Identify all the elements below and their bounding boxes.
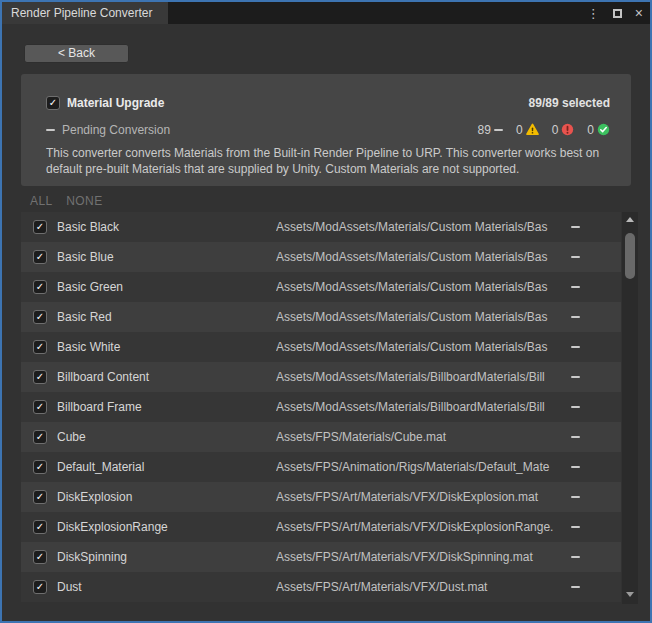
item-path: Assets/ModAssets/Materials/Custom Materi… (276, 310, 566, 324)
success-count: 0 (587, 123, 594, 137)
item-checkbox[interactable]: ✓ (33, 220, 47, 234)
select-all-button[interactable]: ALL (30, 194, 53, 208)
item-name: Dust (57, 580, 82, 594)
item-checkbox[interactable]: ✓ (33, 400, 47, 414)
item-status-icon (571, 556, 580, 558)
item-status-icon (571, 406, 580, 408)
item-checkbox[interactable]: ✓ (33, 550, 47, 564)
material-list-item[interactable]: ✓ Basic White Assets/ModAssets/Materials… (21, 332, 621, 362)
success-icon (597, 123, 610, 136)
item-name: Basic Red (57, 310, 112, 324)
selection-shortcuts: ALL NONE (30, 194, 113, 208)
material-list-item[interactable]: ✓ Basic Blue Assets/ModAssets/Materials/… (21, 242, 621, 272)
item-status-icon (571, 346, 580, 348)
error-icon (561, 123, 574, 136)
item-checkbox[interactable]: ✓ (33, 340, 47, 354)
item-name: Basic White (57, 340, 120, 354)
pending-conversion-row: Pending Conversion 89 0 0 (46, 122, 610, 137)
scrollbar-thumb[interactable] (625, 233, 635, 279)
item-name: Basic Green (57, 280, 123, 294)
pending-count-group: 89 (478, 123, 503, 137)
material-list-item[interactable]: ✓ Dust Assets/FPS/Art/Materials/VFX/Dust… (21, 572, 621, 602)
item-checkbox[interactable]: ✓ (33, 580, 47, 594)
item-status-icon (571, 316, 580, 318)
item-status-icon (571, 526, 580, 528)
error-count: 0 (552, 123, 559, 137)
item-checkbox[interactable]: ✓ (33, 310, 47, 324)
material-list-item[interactable]: ✓ Basic Green Assets/ModAssets/Materials… (21, 272, 621, 302)
item-path: Assets/ModAssets/Materials/Custom Materi… (276, 220, 566, 234)
item-path: Assets/FPS/Art/Materials/VFX/Dust.mat (276, 580, 566, 594)
material-list-item[interactable]: ✓ Default_Material Assets/FPS/Animation/… (21, 452, 621, 482)
material-list-item[interactable]: ✓ Billboard Frame Assets/ModAssets/Mater… (21, 392, 621, 422)
item-name: DiskExplosionRange (57, 520, 168, 534)
selected-count: 89/89 selected (529, 96, 610, 110)
item-checkbox[interactable]: ✓ (33, 280, 47, 294)
item-name: Basic Black (57, 220, 119, 234)
item-checkbox[interactable]: ✓ (33, 430, 47, 444)
warning-count-group: 0 (516, 123, 539, 137)
item-path: Assets/ModAssets/Materials/Custom Materi… (276, 250, 566, 264)
select-none-button[interactable]: NONE (66, 194, 102, 208)
item-checkbox[interactable]: ✓ (33, 370, 47, 384)
item-name: Billboard Frame (57, 400, 142, 414)
warning-icon (526, 123, 539, 136)
item-status-icon (571, 436, 580, 438)
maximize-icon[interactable] (613, 9, 622, 18)
item-name: Basic Blue (57, 250, 114, 264)
list-scrollbar[interactable] (622, 212, 638, 604)
material-list-item[interactable]: ✓ Cube Assets/FPS/Materials/Cube.mat (21, 422, 621, 452)
item-name: DiskExplosion (57, 490, 132, 504)
item-status-icon (571, 256, 580, 258)
window-menu-icon[interactable]: ⋮ (587, 7, 600, 20)
item-checkbox[interactable]: ✓ (33, 250, 47, 264)
item-path: Assets/ModAssets/Materials/Custom Materi… (276, 280, 566, 294)
converter-checkbox[interactable]: ✓ (46, 96, 60, 110)
item-checkbox[interactable]: ✓ (33, 490, 47, 504)
item-status-icon (571, 226, 580, 228)
material-list-item[interactable]: ✓ DiskSpinning Assets/FPS/Art/Materials/… (21, 542, 621, 572)
success-count-group: 0 (587, 123, 610, 137)
material-list-item[interactable]: ✓ Basic Black Assets/ModAssets/Materials… (21, 212, 621, 242)
material-list-item[interactable]: ✓ Basic Red Assets/ModAssets/Materials/C… (21, 302, 621, 332)
item-path: Assets/ModAssets/Materials/BillboardMate… (276, 370, 566, 384)
error-count-group: 0 (552, 123, 575, 137)
render-pipeline-converter-window: Render Pipeline Converter ⋮ × < Back ✓ M… (0, 0, 652, 623)
item-name: Cube (57, 430, 86, 444)
items-list: ✓ Basic Black Assets/ModAssets/Materials… (21, 212, 621, 602)
titlebar: Render Pipeline Converter ⋮ × (2, 2, 650, 24)
item-path: Assets/FPS/Art/Materials/VFX/DiskSpinnin… (276, 550, 566, 564)
scroll-down-icon[interactable] (626, 592, 634, 597)
item-path: Assets/ModAssets/Materials/BillboardMate… (276, 400, 566, 414)
item-path: Assets/ModAssets/Materials/Custom Materi… (276, 340, 566, 354)
warning-count: 0 (516, 123, 523, 137)
converter-panel: ✓ Material Upgrade 89/89 selected Pendin… (21, 74, 631, 186)
material-list-item[interactable]: ✓ DiskExplosion Assets/FPS/Art/Materials… (21, 482, 621, 512)
item-status-icon (571, 376, 580, 378)
status-counts: 89 0 0 (469, 123, 610, 137)
converter-description: This converter converts Materials from t… (46, 145, 622, 177)
pending-dash-icon (46, 129, 55, 131)
close-icon[interactable]: × (635, 6, 643, 20)
item-status-icon (571, 496, 580, 498)
window-title: Render Pipeline Converter (11, 6, 152, 20)
item-path: Assets/FPS/Animation/Rigs/Materials/Defa… (276, 460, 566, 474)
pending-label: Pending Conversion (62, 123, 170, 137)
converter-header: ✓ Material Upgrade 89/89 selected (46, 95, 610, 111)
back-button[interactable]: < Back (24, 44, 129, 63)
item-status-icon (571, 586, 580, 588)
item-checkbox[interactable]: ✓ (33, 460, 47, 474)
scroll-up-icon[interactable] (626, 217, 634, 222)
item-checkbox[interactable]: ✓ (33, 520, 47, 534)
item-status-icon (571, 286, 580, 288)
pending-count: 89 (478, 123, 491, 137)
item-path: Assets/FPS/Art/Materials/VFX/DiskExplosi… (276, 520, 566, 534)
material-list-item[interactable]: ✓ DiskExplosionRange Assets/FPS/Art/Mate… (21, 512, 621, 542)
window-tab[interactable]: Render Pipeline Converter (2, 2, 168, 24)
item-name: Default_Material (57, 460, 144, 474)
item-name: Billboard Content (57, 370, 149, 384)
item-name: DiskSpinning (57, 550, 127, 564)
material-list-item[interactable]: ✓ Billboard Content Assets/ModAssets/Mat… (21, 362, 621, 392)
item-path: Assets/FPS/Materials/Cube.mat (276, 430, 566, 444)
item-status-icon (571, 466, 580, 468)
